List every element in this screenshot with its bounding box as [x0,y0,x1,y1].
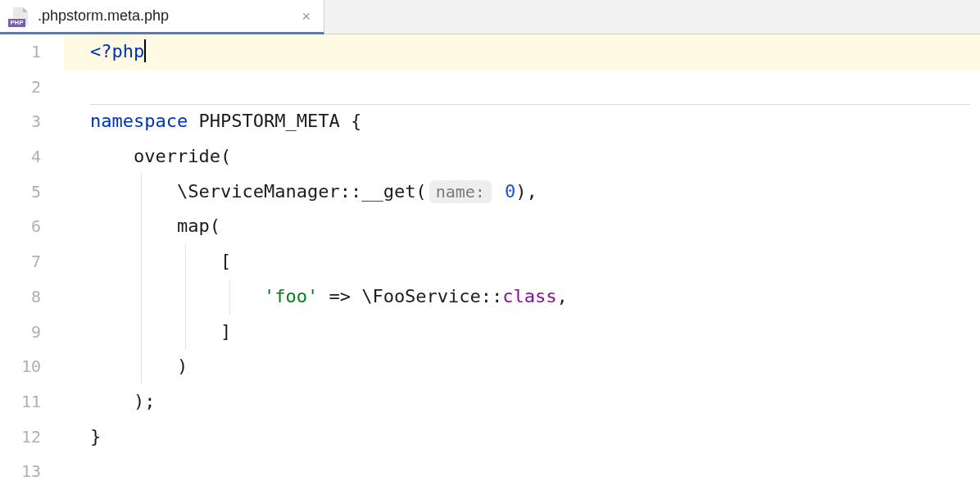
line-gutter: 1 2 3 4 5 6 7 8 9 10 11 12 13 [0,34,64,490]
line-number: 4 [0,139,64,175]
code-editor[interactable]: 1 2 3 4 5 6 7 8 9 10 11 12 13 <?php name… [0,34,980,490]
bracket: [ [220,251,231,271]
indent-guide [141,279,142,315]
line-number: 10 [0,349,64,384]
namespace-name: PHPSTORM_META [198,111,339,131]
code-line[interactable]: <?php [64,34,980,70]
bracket: ] [220,321,231,342]
tab-filename: .phpstorm.meta.php [38,7,169,25]
indent-guide [141,209,142,244]
code-line[interactable]: \ServiceManager::__get(name: 0), [90,175,980,210]
line-number: 7 [0,244,64,279]
parameter-hint: name: [429,180,492,203]
string-literal: 'foo' [264,286,318,306]
indent-guide [185,244,186,279]
code-line[interactable]: ); [90,384,980,420]
paren: ) [177,356,188,376]
indent-guide [185,279,186,315]
close-icon[interactable]: × [302,9,311,24]
line-number: 6 [0,209,64,244]
separator-line [90,104,970,105]
line-number: 2 [0,70,64,105]
line-number: 12 [0,420,64,455]
keyword: namespace [90,111,188,131]
code-line[interactable]: [ [90,244,980,279]
indent-guide [229,279,230,315]
brace: } [90,426,101,447]
line-number: 9 [0,315,64,350]
indent-guide [185,315,186,350]
line-number: 1 [0,34,64,70]
indent-guide [141,315,142,350]
code-line[interactable]: ) [90,349,980,384]
line-number: 3 [0,104,64,139]
code-line[interactable]: 'foo' => \FooService::class, [90,279,980,315]
line-number: 5 [0,175,64,210]
code-line[interactable]: } [90,420,980,455]
function-call: override( [134,146,231,166]
editor-tab[interactable]: PHP .phpstorm.meta.php × [0,0,324,34]
code-area[interactable]: <?php namespace PHPSTORM_META { override… [64,34,980,490]
text-cursor [144,39,146,62]
tab-bar: PHP .phpstorm.meta.php × [0,0,980,34]
code-line[interactable]: override( [90,139,980,175]
line-number: 13 [0,454,64,489]
statement-end: ); [134,391,156,411]
code-line[interactable]: map( [90,209,980,244]
php-file-icon: PHP [10,7,29,26]
number-literal: 0 [505,181,515,202]
code-line[interactable] [90,70,980,105]
indent-guide [141,175,142,210]
class-ref: \FooService [361,286,481,306]
function-call: map( [177,216,220,236]
line-number: 8 [0,279,64,315]
code-line[interactable] [90,454,980,489]
indent-guide [141,244,142,279]
class-constant: class [502,286,556,306]
class-ref: \ServiceManager [177,181,340,202]
line-number: 11 [0,384,64,420]
php-open-tag: <?php [90,41,144,61]
indent-guide [141,349,142,384]
code-line[interactable]: ] [90,315,980,350]
code-line[interactable]: namespace PHPSTORM_META { [90,104,980,139]
